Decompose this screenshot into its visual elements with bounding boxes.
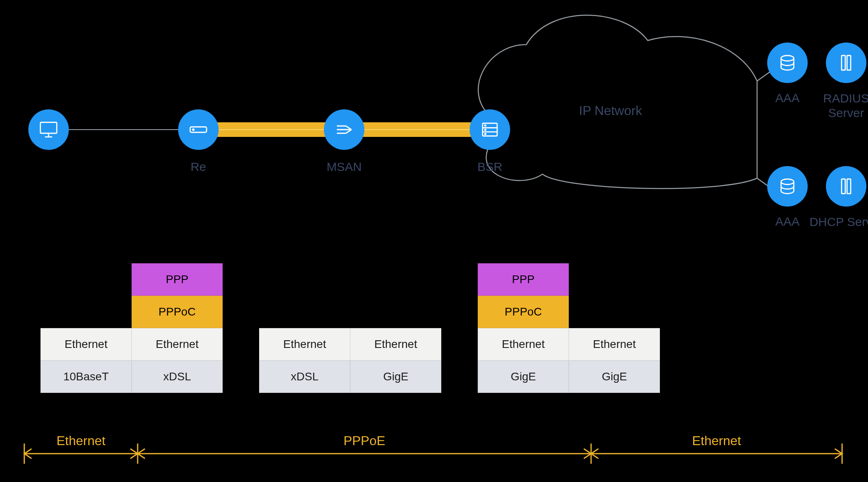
- svg-point-20: [485, 133, 486, 134]
- range-right: Ethernet: [692, 433, 741, 448]
- server-dhcp: [826, 166, 866, 207]
- switch-icon: [333, 119, 355, 141]
- client-node: [28, 109, 69, 150]
- stack-cell: Ethernet: [259, 328, 350, 360]
- stack-cell: Ethernet: [40, 328, 132, 360]
- re-label: Re: [158, 160, 239, 174]
- svg-point-19: [485, 129, 486, 130]
- stack-cell: Ethernet: [350, 328, 441, 360]
- background-svg: [0, 0, 868, 482]
- rack-icon: [835, 52, 857, 74]
- msan-label: MSAN: [304, 160, 385, 174]
- monitor-icon: [38, 119, 60, 141]
- stack-left: Ethernet 10BaseT PPP PPPoC Ethernet xDSL: [40, 263, 223, 393]
- database-icon: [777, 175, 798, 197]
- cloud-label: IP Network: [579, 103, 642, 118]
- svg-rect-10: [40, 122, 57, 133]
- range-middle: PPPoE: [343, 433, 385, 448]
- stack-cell: GigE: [478, 360, 569, 393]
- stack-cell: 10BaseT: [40, 360, 132, 393]
- stack-cell: GigE: [350, 360, 441, 393]
- svg-rect-25: [842, 179, 845, 194]
- bsr-label: BSR: [449, 160, 530, 174]
- stack-right: PPP PPPoC Ethernet GigE Ethernet GigE: [478, 263, 660, 393]
- svg-rect-22: [842, 55, 845, 70]
- svg-point-24: [781, 179, 794, 185]
- diagram-canvas: Re MSAN BSR IP Network AAA: [0, 0, 868, 482]
- msan-node: [324, 109, 364, 150]
- range-left: Ethernet: [57, 433, 106, 448]
- router-icon: [479, 119, 501, 141]
- bsr-node: [470, 109, 510, 150]
- server-aaa-top: [767, 43, 808, 83]
- server-radius-label: RADIUS Server: [806, 91, 868, 120]
- server-dhcp-label: DHCP Server: [806, 215, 868, 229]
- server-radius: [826, 43, 866, 83]
- svg-rect-26: [847, 179, 851, 194]
- stack-cell: Ethernet: [478, 328, 569, 360]
- stack-mid: Ethernet xDSL Ethernet GigE: [259, 263, 441, 393]
- stack-cell: GigE: [569, 360, 660, 393]
- svg-point-21: [781, 55, 794, 61]
- svg-point-18: [485, 125, 486, 126]
- svg-point-14: [193, 129, 194, 130]
- stack-cell: PPP: [478, 263, 569, 296]
- server-aaa-bot: [767, 166, 808, 207]
- stack-cell: Ethernet: [569, 328, 660, 360]
- database-icon: [777, 52, 798, 74]
- stack-cell: PPP: [132, 263, 223, 296]
- rack-icon: [835, 175, 857, 197]
- stack-cell: PPPoC: [478, 296, 569, 328]
- svg-line-3: [757, 71, 771, 81]
- stack-cell: PPPoC: [132, 296, 223, 328]
- stack-cell: Ethernet: [132, 328, 223, 360]
- re-node: [178, 109, 219, 150]
- stack-cell: xDSL: [132, 360, 223, 393]
- modem-icon: [187, 119, 209, 141]
- svg-rect-23: [847, 55, 851, 70]
- stack-cell: xDSL: [259, 360, 350, 393]
